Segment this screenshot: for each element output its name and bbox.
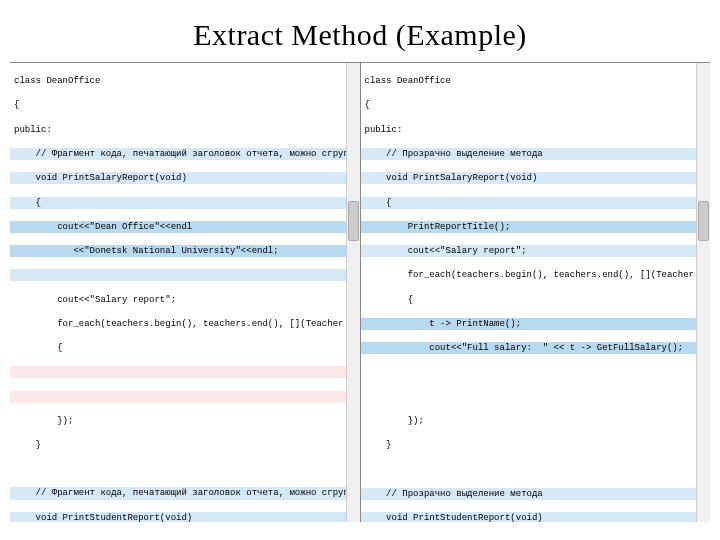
slide: Extract Method (Example) class DeanOffic…	[0, 0, 720, 540]
code-line: public:	[10, 124, 360, 136]
scrollbar-right[interactable]	[696, 63, 710, 522]
code-line: {	[10, 99, 360, 111]
code-line: });	[10, 415, 360, 427]
code-line: // Прозрачно выделение метода	[361, 148, 711, 160]
code-line	[10, 391, 360, 403]
code-line: void PrintSalaryReport(void)	[361, 172, 711, 184]
scrollbar-thumb[interactable]	[348, 201, 359, 241]
code-panel-before: class DeanOffice { public: // Фрагмент к…	[10, 63, 361, 522]
code-line: <<"Donetsk National University"<<endl;	[10, 245, 360, 257]
code-line: {	[361, 294, 711, 306]
code-line	[10, 366, 360, 378]
code-line	[361, 463, 711, 475]
code-panel-after: class DeanOffice { public: // Прозрачно …	[361, 63, 711, 522]
code-line: cout<<"Salary report";	[361, 245, 711, 257]
code-line: void PrintSalaryReport(void)	[10, 172, 360, 184]
code-line: }	[10, 439, 360, 451]
code-line: {	[10, 342, 360, 354]
code-line: PrintReportTitle();	[361, 221, 711, 233]
code-line: // Фрагмент кода, печатающий заголовок о…	[10, 148, 360, 160]
code-line: cout<<"Salary report";	[10, 294, 360, 306]
code-line: void PrintStudentReport(void)	[361, 512, 711, 522]
code-line: // Фрагмент кода, печатающий заголовок о…	[10, 487, 360, 499]
code-after: class DeanOffice { public: // Прозрачно …	[361, 63, 711, 522]
code-line: }	[361, 439, 711, 451]
scrollbar-left[interactable]	[346, 63, 360, 522]
code-line: t -> PrintName();	[361, 318, 711, 330]
code-before: class DeanOffice { public: // Фрагмент к…	[10, 63, 360, 522]
code-line	[10, 269, 360, 281]
code-line: {	[10, 197, 360, 209]
code-line: class DeanOffice	[361, 75, 711, 87]
code-line: {	[361, 197, 711, 209]
code-line	[361, 367, 711, 379]
code-line: void PrintStudentReport(void)	[10, 512, 360, 522]
code-line: public:	[361, 124, 711, 136]
code-line: for_each(teachers.begin(), teachers.end(…	[361, 269, 711, 281]
code-line: {	[361, 99, 711, 111]
code-line: class DeanOffice	[10, 75, 360, 87]
code-line: for_each(teachers.begin(), teachers.end(…	[10, 318, 360, 330]
code-line: cout<<"Dean Office"<<endl	[10, 221, 360, 233]
code-line: });	[361, 415, 711, 427]
scrollbar-thumb[interactable]	[698, 201, 709, 241]
code-line	[10, 463, 360, 475]
code-line	[361, 391, 711, 403]
code-line: // Прозрачно выделение метода	[361, 488, 711, 500]
slide-title: Extract Method (Example)	[0, 0, 720, 62]
code-diff-container: class DeanOffice { public: // Фрагмент к…	[10, 62, 710, 522]
code-line: cout<<"Full salary: " << t -> GetFullSal…	[361, 342, 711, 354]
